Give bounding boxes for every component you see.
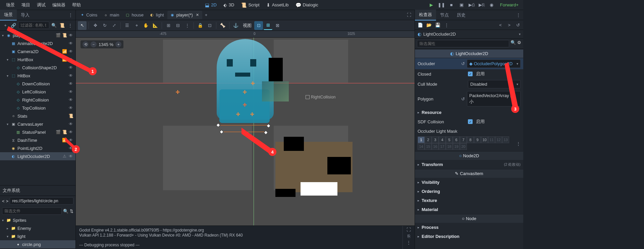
closed-checkbox[interactable]: ✓ xyxy=(468,72,473,76)
mode-assetlib[interactable]: ⬇AssetLib xyxy=(263,1,292,9)
pause-button[interactable]: ❚❚ xyxy=(438,1,445,9)
scene-node-Stats[interactable]: ○ Stats 📜 xyxy=(0,112,75,120)
menu-场景[interactable]: 场景 xyxy=(3,1,18,9)
script-icon[interactable]: 📜 xyxy=(62,129,67,135)
mask-layer-17[interactable]: 17 xyxy=(439,143,446,150)
scene-node-RightCollision[interactable]: ◇ RightCollision 👁 xyxy=(0,96,75,104)
history-forward-button[interactable]: > xyxy=(506,22,513,28)
tab-history[interactable]: 历史 xyxy=(453,10,470,20)
fs-item-light[interactable]: ▾ 📁 light xyxy=(0,232,75,240)
mask-layer-10[interactable]: 10 xyxy=(481,136,488,143)
mode-dialogic[interactable]: 💬Dialogic xyxy=(292,1,322,9)
mask-layer-8[interactable]: 8 xyxy=(467,136,474,143)
smart-snap-button[interactable]: ⊞ xyxy=(164,21,173,30)
fs-filter-input[interactable] xyxy=(2,207,62,215)
scene-node-DownCollision[interactable]: ◇ DownCollision 👁 xyxy=(0,80,75,88)
search-icon[interactable]: 🔍 xyxy=(63,209,68,214)
filter-options-icon[interactable]: ⚙ xyxy=(517,40,521,47)
new-resource-button[interactable]: 📄 xyxy=(417,22,424,28)
fs-path-input[interactable] xyxy=(10,197,73,205)
eye-icon[interactable]: 👁 xyxy=(68,129,73,135)
mask-layer-13[interactable]: 13 xyxy=(502,136,509,143)
mask-layer-12[interactable]: 12 xyxy=(495,136,502,143)
menu-调试[interactable]: 调试 xyxy=(34,1,49,9)
tab-import[interactable]: 导入 xyxy=(17,10,34,20)
search-icon[interactable]: 🔍 xyxy=(511,40,516,47)
history-menu-icon[interactable]: ↺ xyxy=(515,22,521,28)
close-icon[interactable]: ✕ xyxy=(196,13,199,17)
output-expand-icon[interactable]: ⛶ xyxy=(407,227,411,232)
chevron-down-icon[interactable]: ▾ xyxy=(519,32,521,36)
ruler-tool[interactable]: 📐 xyxy=(151,21,160,30)
scene-node-LeftCollision[interactable]: ◇ LeftCollision 👁 xyxy=(0,88,75,96)
warn-icon[interactable]: ⚠ xyxy=(62,154,67,159)
snap-toggle-2[interactable]: ⊞ xyxy=(264,21,272,30)
play-custom-button[interactable]: ▶⎘ xyxy=(478,1,485,9)
resource-menu-icon[interactable]: ⋮ xyxy=(443,22,450,28)
mask-layer-11[interactable]: 11 xyxy=(488,136,495,143)
fs-sort-button[interactable]: ⇅ xyxy=(70,209,73,214)
filesystem-tree[interactable]: ▾ 📁 Sprites ▸ 📁 Enemy ▾ 📁 light ● circle… xyxy=(0,216,75,249)
mask-layer-18[interactable]: 18 xyxy=(446,143,453,150)
eye-icon[interactable]: 👁 xyxy=(68,105,73,111)
scene-node-PointLight2D[interactable]: ◉ PointLight2D 👁 xyxy=(0,144,75,152)
revert-icon[interactable]: ↺ xyxy=(461,96,465,101)
scene-node-TopCollision[interactable]: ◇ TopCollision 👁 xyxy=(0,104,75,112)
group-button[interactable]: ⊡ xyxy=(205,21,214,30)
prop-sdf-collision[interactable]: SDF Collision ✓ 启用 xyxy=(415,117,523,126)
fs-item-Sprites[interactable]: ▾ 📁 Sprites xyxy=(0,216,75,224)
sdf-checkbox[interactable]: ✓ xyxy=(468,119,473,124)
save-resource-button[interactable]: 💾 xyxy=(434,22,441,28)
scene-node-StatusPanel[interactable]: ▥ StatusPanel 🎬📜👁 xyxy=(0,128,75,136)
fs-back-button[interactable]: < xyxy=(2,199,5,204)
scene-tab-house[interactable]: ▢house xyxy=(122,11,147,19)
pivot-tool[interactable]: ⌖ xyxy=(132,21,141,30)
mask-layer-7[interactable]: 7 xyxy=(460,136,467,143)
scene-node-CanvasLayer[interactable]: ▾ ▣ CanvasLayer 👁 xyxy=(0,120,75,128)
renderer-label[interactable]: Forward+ xyxy=(498,2,521,7)
eye-icon[interactable]: 👁 xyxy=(68,154,73,159)
mask-layer-9[interactable]: 9 xyxy=(474,136,481,143)
play-button[interactable]: ▶ xyxy=(428,1,435,9)
new-scene-button[interactable]: + xyxy=(202,11,211,19)
dock-menu-icon[interactable]: ⋮ xyxy=(68,12,75,17)
remote-button[interactable]: ▣ xyxy=(458,1,465,9)
fs-forward-button[interactable]: > xyxy=(6,199,9,204)
snap-toggle-3[interactable]: ⊠ xyxy=(273,21,282,30)
prop-editor-description[interactable]: ▸Editor Description xyxy=(415,232,523,241)
prop-material[interactable]: ▸Material xyxy=(415,205,523,214)
scene-node-LightOccluder2D[interactable]: ◐ LightOccluder2D ⚠👁 xyxy=(0,152,75,160)
snap-toggle-1[interactable]: ⊡ xyxy=(254,21,263,30)
prop-ordering[interactable]: ▸Ordering xyxy=(415,187,523,196)
anchor-button[interactable]: ⚓ xyxy=(231,21,240,30)
mask-layer-16[interactable]: 16 xyxy=(432,143,439,150)
lock-button[interactable]: 🔒 xyxy=(196,21,205,30)
mask-layer-1[interactable]: 1 xyxy=(418,136,425,143)
output-log[interactable]: Godot Engine v4.2.1.stable.official.b09f… xyxy=(76,226,402,249)
list-select-tool[interactable]: ☰ xyxy=(123,21,131,30)
mask-layer-3[interactable]: 3 xyxy=(432,136,439,143)
mask-layer-14[interactable]: 14 xyxy=(418,143,425,150)
play-scene-button[interactable]: ▶⎙ xyxy=(468,1,475,9)
scene-tab-main[interactable]: ○main xyxy=(101,11,122,19)
zoom-in-button[interactable]: + xyxy=(115,41,121,47)
script-icon[interactable]: 📜 xyxy=(68,113,73,119)
inspector-filter-input[interactable] xyxy=(417,40,509,47)
prop-texture[interactable]: ▸Texture xyxy=(415,196,523,205)
scene-icon[interactable]: 🎬 xyxy=(55,129,61,135)
bone-button[interactable]: 🦴 xyxy=(218,21,227,30)
mask-layer-19[interactable]: 19 xyxy=(453,143,460,150)
mask-layer-15[interactable]: 15 xyxy=(425,143,432,150)
prop-visibility[interactable]: ▸Visibility xyxy=(415,178,523,187)
prop-resource[interactable]: ▸Resource xyxy=(415,108,523,117)
mask-layer-2[interactable]: 2 xyxy=(425,136,432,143)
light-mask-grid[interactable]: 1234567891011121314151617181920 xyxy=(415,136,514,151)
mode-3d[interactable]: ⬖3D xyxy=(220,1,238,9)
pan-tool[interactable]: ✋ xyxy=(142,21,150,30)
scene-tab-Coins[interactable]: ✦Coins xyxy=(77,11,101,19)
output-copy-icon[interactable]: ⎘ xyxy=(408,234,410,239)
fs-item-circle.png[interactable]: ● circle.png xyxy=(0,240,75,248)
menu-帮助[interactable]: 帮助 xyxy=(69,1,84,9)
mask-layer-6[interactable]: 6 xyxy=(453,136,460,143)
movie-button[interactable]: ◉ xyxy=(488,1,495,9)
